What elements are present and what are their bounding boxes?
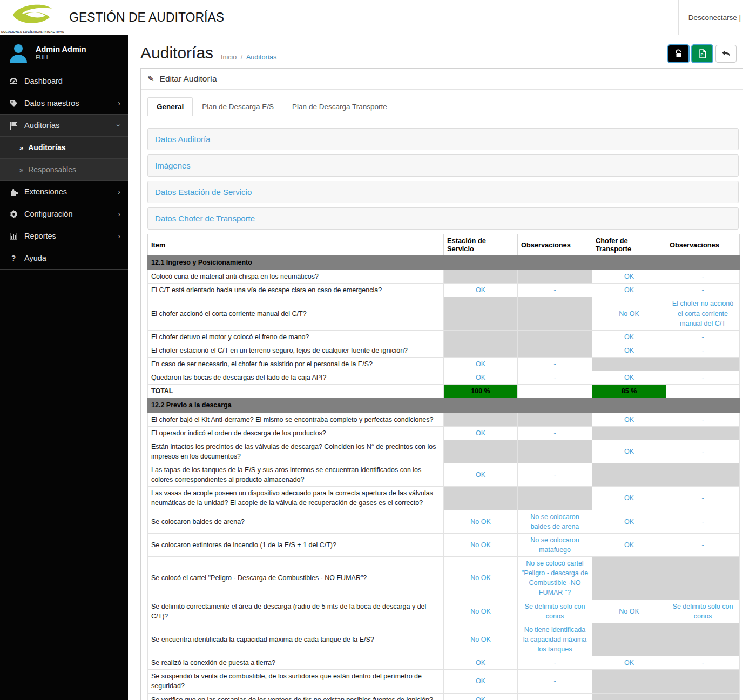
es-obs-cell[interactable]: -	[518, 358, 592, 371]
sidebar-item-dashboard[interactable]: Dashboard	[0, 70, 128, 92]
ct-obs-cell-disabled	[666, 670, 740, 693]
ct-obs-cell[interactable]: -	[666, 371, 740, 385]
es-status-cell[interactable]: No OK	[444, 557, 518, 600]
sidebar-item-datos-maestros[interactable]: Datos maestros ›	[0, 92, 128, 115]
accordion-datos-chofer-transporte[interactable]: Datos Chofer de Transporte	[147, 207, 739, 230]
tab-plan-descarga-transporte[interactable]: Plan de Descarga Transporte	[283, 97, 396, 116]
ct-status-cell[interactable]: OK	[592, 510, 666, 533]
flag-icon	[8, 122, 19, 130]
ct-obs-cell[interactable]: Se delimito solo con conos	[666, 600, 740, 623]
section-header-row: 12.1 Ingreso y Posicionamiento	[148, 255, 740, 270]
empty-cell	[666, 385, 740, 398]
es-obs-cell[interactable]: -	[518, 284, 592, 297]
unlock-button[interactable]	[668, 45, 689, 63]
ct-status-cell[interactable]: OK	[592, 330, 666, 344]
es-obs-cell[interactable]: -	[518, 426, 592, 440]
item-text: El operador indicó el orden de descarga …	[148, 426, 444, 440]
es-obs-cell[interactable]: -	[518, 670, 592, 693]
ct-obs-cell[interactable]: -	[666, 510, 740, 533]
ct-status-cell[interactable]: OK	[592, 371, 666, 385]
sidebar-item-label: Auditorías	[24, 121, 59, 130]
ct-status-cell[interactable]: No OK	[592, 297, 666, 330]
es-status-cell[interactable]: OK	[444, 656, 518, 670]
ct-status-cell[interactable]: OK	[592, 656, 666, 670]
es-status-cell[interactable]: OK	[444, 426, 518, 440]
table-row: Quedaron las bocas de descargas del lado…	[148, 371, 740, 385]
page-title: Auditorías	[140, 44, 213, 62]
breadcrumb-current-link[interactable]: Auditorías	[246, 53, 276, 61]
ct-obs-cell[interactable]: -	[666, 413, 740, 426]
col-header-estacion: Estación de Servicio	[444, 234, 518, 255]
accordion-datos-estacion-servicio[interactable]: Datos Estación de Servicio	[147, 181, 739, 203]
es-obs-cell[interactable]: -	[518, 463, 592, 487]
sidebar-item-reportes[interactable]: Reportes ›	[0, 225, 128, 247]
col-header-observaciones-ct: Observaciones	[666, 234, 740, 255]
logout-link[interactable]: Desconectarse |	[688, 14, 741, 22]
back-button[interactable]	[715, 45, 737, 63]
es-status-cell[interactable]: No OK	[444, 623, 518, 656]
es-obs-cell[interactable]: No se colocaron matafuego	[518, 533, 592, 556]
sidebar-item-label: Ayuda	[24, 254, 46, 262]
item-text: Se colocaron baldes de arena?	[148, 510, 444, 533]
ct-status-cell[interactable]: OK	[592, 413, 666, 426]
ct-status-cell[interactable]: OK	[592, 440, 666, 463]
ct-obs-cell[interactable]: -	[666, 270, 740, 284]
sidebar-subitem-auditorias[interactable]: » Auditorías	[0, 137, 128, 159]
accordion-datos-auditoria[interactable]: Datos Auditoría	[147, 128, 739, 150]
ct-obs-cell[interactable]: -	[666, 656, 740, 670]
ct-obs-cell-disabled	[666, 623, 740, 656]
es-obs-cell[interactable]: -	[518, 656, 592, 670]
ct-obs-cell[interactable]: -	[666, 344, 740, 357]
es-status-cell[interactable]: OK	[444, 358, 518, 371]
ct-status-cell[interactable]: OK	[592, 487, 666, 510]
breadcrumb-home-link[interactable]: Inicio	[221, 53, 237, 61]
es-obs-cell[interactable]: No se colocaron baldes de arena	[518, 510, 592, 533]
sidebar-item-ayuda[interactable]: ? Ayuda	[0, 247, 128, 270]
table-row: El chofer detuvo el motor y colocó el fr…	[148, 330, 740, 344]
ct-status-cell[interactable]: OK	[592, 270, 666, 284]
es-obs-cell[interactable]: No se colocó cartel "Peligro - descarga …	[518, 557, 592, 600]
ct-obs-cell-disabled	[666, 358, 740, 371]
es-status-cell[interactable]: OK	[444, 463, 518, 487]
chevron-down-icon: ›	[115, 124, 124, 127]
ct-obs-cell[interactable]: -	[666, 284, 740, 297]
es-status-cell[interactable]: No OK	[444, 510, 518, 533]
sidebar-item-auditorias[interactable]: Auditorías ›	[0, 115, 128, 137]
ct-status-cell[interactable]: OK	[592, 344, 666, 357]
accordion-imagenes[interactable]: Imágenes	[147, 154, 739, 177]
es-obs-cell[interactable]: -	[518, 371, 592, 385]
tab-plan-descarga-es[interactable]: Plan de Descarga E/S	[193, 97, 283, 116]
ct-status-cell[interactable]: OK	[592, 533, 666, 556]
item-text: El chofer detuvo el motor y colocó el fr…	[148, 330, 444, 344]
sidebar-item-configuracion[interactable]: Configuración ›	[0, 203, 128, 225]
es-status-cell[interactable]: OK	[444, 284, 518, 297]
tab-general[interactable]: General	[147, 97, 193, 116]
table-row: En caso de ser necesario, el chofer fue …	[148, 358, 740, 371]
es-obs-cell[interactable]: No tiene identificada la capacidad máxim…	[518, 623, 592, 656]
table-row: Se encuentra identificada la capacidad m…	[148, 623, 740, 656]
es-status-cell[interactable]: OK	[444, 670, 518, 693]
es-obs-cell[interactable]: -	[518, 693, 592, 700]
sidebar-item-extensiones[interactable]: Extensiones ›	[0, 181, 128, 203]
es-obs-cell-disabled	[518, 344, 592, 357]
pdf-button[interactable]: P	[692, 45, 713, 63]
ct-obs-cell[interactable]: -	[666, 330, 740, 344]
es-status-cell[interactable]: No OK	[444, 600, 518, 623]
sidebar-subitem-responsables[interactable]: » Responsables	[0, 159, 128, 181]
ct-obs-cell[interactable]: -	[666, 533, 740, 556]
user-role: FULL	[36, 54, 86, 60]
ct-status-cell[interactable]: No OK	[592, 600, 666, 623]
table-row: El chofer bajó el Kit Anti-derrame? El m…	[148, 413, 740, 426]
ct-obs-cell[interactable]: -	[666, 440, 740, 463]
es-status-cell[interactable]: No OK	[444, 533, 518, 556]
es-obs-cell[interactable]: Se delimito solo con conos	[518, 600, 592, 623]
es-status-cell[interactable]: OK	[444, 693, 518, 700]
ct-obs-cell[interactable]: El chofer no accionó el corta corriente …	[666, 297, 740, 330]
item-text: Se suspendió la venta de combustible, de…	[148, 670, 444, 693]
ct-status-cell[interactable]: OK	[592, 284, 666, 297]
ct-obs-cell[interactable]: -	[666, 487, 740, 510]
es-status-cell[interactable]: OK	[444, 371, 518, 385]
undo-arrow-icon	[721, 50, 731, 58]
total-row: TOTAL100 %85 %	[148, 385, 740, 398]
es-obs-cell-disabled	[518, 440, 592, 463]
